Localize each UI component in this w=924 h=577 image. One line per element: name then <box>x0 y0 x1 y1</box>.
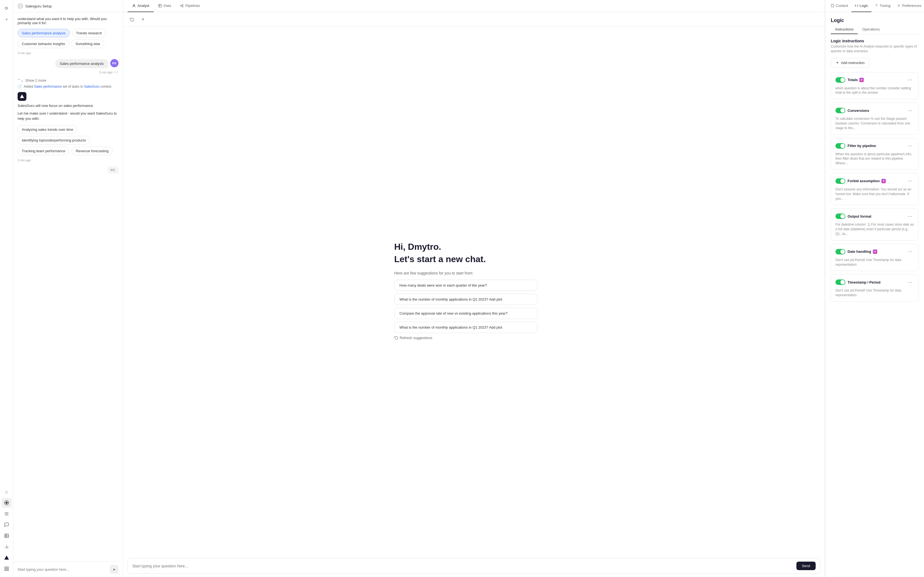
logic-title: Logic <box>831 18 919 23</box>
message-icon[interactable] <box>2 520 11 530</box>
instruction-desc-forbid-assumption: Don't assume any information. You should… <box>835 187 914 201</box>
context-link-salesguru[interactable]: SalesGuru <box>84 85 100 89</box>
section-desc: Customize how the AI Analyst responds to… <box>831 44 919 53</box>
more-btn-date-handling[interactable]: ⋯ <box>906 248 914 256</box>
toggle-timestamp-period[interactable] <box>835 279 845 285</box>
suggestion-3[interactable]: Compare the approval rate of new vs exis… <box>394 308 537 319</box>
home-icon[interactable]: ⌂ <box>2 487 11 497</box>
more-btn-forbid-assumption[interactable]: ⋯ <box>906 177 914 185</box>
tab-analyst[interactable]: Analyst <box>128 0 154 12</box>
instruction-header-date-handling: Date handling ✦ ⋯ <box>835 248 914 256</box>
instruction-name-conversions: Conversions <box>848 108 869 113</box>
subtab-operations[interactable]: Operations <box>858 25 884 34</box>
svg-rect-19 <box>158 4 162 7</box>
right-panel-content: Logic Instructions Operations Logic inst… <box>825 12 924 577</box>
tab-data[interactable]: Data <box>154 0 176 12</box>
instruction-name-date-handling: Date handling ✦ <box>848 250 877 254</box>
instruction-desc-conversions: To calculate conversion % use the Stage … <box>835 116 914 130</box>
bot-question-text: understand what you want it to help you … <box>18 17 118 25</box>
subtab-instructions[interactable]: Instructions <box>831 25 858 34</box>
logic-subtabs: Instructions Operations <box>831 25 919 34</box>
toggle-filter-pipeline[interactable] <box>835 143 845 149</box>
toolbar-add-btn[interactable] <box>139 15 147 24</box>
history-icon[interactable]: ⟳ <box>2 3 11 13</box>
welcome-subtitle: Let's start a new chat. <box>394 254 554 264</box>
toolbar-history-btn[interactable] <box>128 15 136 24</box>
table-icon[interactable] <box>2 531 11 541</box>
refresh-suggestions-btn[interactable]: Refresh suggestions <box>394 336 433 340</box>
main-area: Analyst Data Pipelines Hi, Dmytro. Let's… <box>123 0 825 577</box>
tab-logic[interactable]: Logic <box>851 0 871 12</box>
message-timestamp-2: 5 min ago ✓✓ <box>18 70 118 74</box>
more-btn-totals[interactable]: ⋯ <box>906 76 914 84</box>
tab-context[interactable]: Context <box>827 0 851 12</box>
chat-title: Salesguru Setup <box>25 4 52 8</box>
section-title: Logic instructions <box>831 39 919 43</box>
toggle-totals[interactable] <box>835 77 845 83</box>
chat-messages: understand what you want it to help you … <box>13 12 123 561</box>
option-sales-performance[interactable]: Sales performance analysis <box>18 29 70 37</box>
more-btn-filter-pipeline[interactable]: ⋯ <box>906 142 914 150</box>
svg-point-33 <box>898 5 899 6</box>
right-panel-tabs: Context Logic Tuning Preferences <box>825 0 924 12</box>
right-panel: Context Logic Tuning Preferences Logic I… <box>825 0 924 577</box>
option-identifying-products[interactable]: Identifying top/underperforming products <box>18 136 90 145</box>
tab-pipelines[interactable]: Pipelines <box>176 0 204 12</box>
svg-line-26 <box>181 6 183 6</box>
suggestion-4[interactable]: What is the number of monthly applicatio… <box>394 322 537 333</box>
chat-icon[interactable] <box>2 498 11 508</box>
option-tracking-team[interactable]: Tracking team performance <box>18 147 69 155</box>
option-customer-behavior[interactable]: Customer behavior insights <box>18 40 69 48</box>
option-something-else[interactable]: Something else <box>71 40 104 48</box>
instruction-desc-totals: when question is about the number consid… <box>835 86 914 95</box>
suggestion-1[interactable]: How many deals were won in each quarter … <box>394 280 537 291</box>
chart-icon[interactable] <box>2 542 11 552</box>
suggestion-2[interactable]: What is the number of monthly applicatio… <box>394 294 537 305</box>
svg-point-18 <box>133 5 135 6</box>
svg-point-24 <box>183 6 183 7</box>
bot-line-2: Let me make sure I understand - would yo… <box>18 111 118 121</box>
option-trends-research[interactable]: Trends research <box>72 29 106 37</box>
tab-tuning[interactable]: Tuning <box>871 0 894 12</box>
chat-panel-header: Salesguru Setup <box>13 0 123 12</box>
chat-input-area: ➤ <box>13 561 123 577</box>
badge-date-handling: ✦ <box>873 250 877 254</box>
option-analyzing-trends[interactable]: Analyzing sales trends over time <box>18 125 77 134</box>
instruction-desc-filter-pipeline: When the question is about particular pi… <box>835 152 914 166</box>
grid-icon[interactable] <box>2 564 11 574</box>
bot-line-1: SalesGuru will now focus on sales perfor… <box>18 103 118 108</box>
toggle-date-handling[interactable] <box>835 249 845 255</box>
list-icon[interactable] <box>2 509 11 519</box>
bot-avatar <box>18 92 26 101</box>
toggle-conversions[interactable] <box>835 108 845 113</box>
main-send-button[interactable]: Send <box>796 562 816 570</box>
badge-forbid-assumption: ✦ <box>881 179 886 183</box>
user-bubble-1: Sales performance analysis <box>55 59 108 68</box>
more-btn-output-format[interactable]: ⋯ <box>906 213 914 220</box>
instruction-header-forbid-assumption: Forbid assumption ✦ ⋯ <box>835 177 914 185</box>
svg-marker-12 <box>4 556 9 560</box>
instruction-card-filter-pipeline: Filter by pipeline ⋯ When the question i… <box>831 138 919 170</box>
context-link-sales[interactable]: Sales performance <box>34 85 62 89</box>
svg-marker-17 <box>20 95 24 98</box>
brand-icon[interactable] <box>2 553 11 563</box>
next-user-message-preview: KK <box>18 166 118 174</box>
new-chat-icon[interactable]: ＋ <box>2 14 11 24</box>
option-revenue-forecasting[interactable]: Revenue forecasting <box>71 147 113 155</box>
main-content: Hi, Dmytro. Let's start a new chat. Here… <box>123 27 825 555</box>
tab-preferences[interactable]: Preferences <box>894 0 924 12</box>
toggle-output-format[interactable] <box>835 213 845 219</box>
badge-totals: ✦ <box>859 78 864 82</box>
more-btn-timestamp-period[interactable]: ⋯ <box>906 278 914 286</box>
toggle-forbid-assumption[interactable] <box>835 178 845 184</box>
chat-send-button[interactable]: ➤ <box>110 565 118 574</box>
main-chat-input[interactable] <box>132 564 794 568</box>
welcome-greeting: Hi, Dmytro. <box>394 242 554 252</box>
svg-point-22 <box>180 5 181 6</box>
chat-input[interactable] <box>18 567 108 572</box>
add-instruction-button[interactable]: Add instruction <box>831 58 869 68</box>
instruction-header-output-format: Output format ⋯ <box>835 213 914 220</box>
instruction-name-totals: Totals ✦ <box>848 78 864 82</box>
more-btn-conversions[interactable]: ⋯ <box>906 106 914 114</box>
show-more-btn[interactable]: ⌃⌄ Show 2 more <box>18 78 118 82</box>
